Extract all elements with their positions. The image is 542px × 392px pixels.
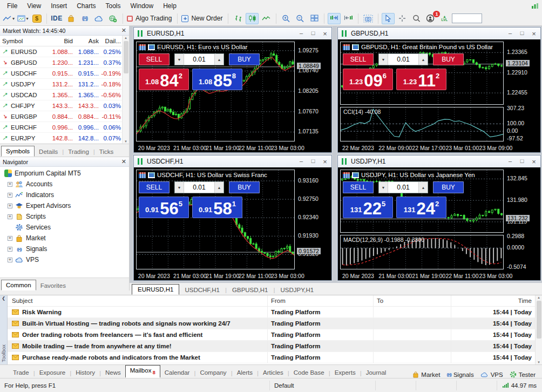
quotes-grid-icon[interactable]	[343, 172, 350, 178]
volume-decrease-button[interactable]: ▼	[175, 182, 184, 193]
volume-increase-button[interactable]: ▲	[214, 54, 223, 65]
sell-price[interactable]: 1.23096	[343, 69, 393, 90]
price-axis[interactable]: 132.845131.980131.1150.29880.0000-0.5074…	[505, 167, 540, 280]
minimize-button[interactable]: –	[507, 158, 513, 166]
expand-icon[interactable]: +	[8, 258, 12, 262]
indicator-pane[interactable]: CCI(14) -40.08	[340, 107, 504, 141]
close-button[interactable]: ×	[531, 30, 537, 38]
tab-favorites[interactable]: Favorites	[36, 281, 70, 290]
market-watch-row[interactable]: ↗CHFJPY 143.3...143.3...0.03%	[0, 100, 129, 111]
volume-increase-button[interactable]: ▲	[418, 54, 428, 65]
bar-chart-icon[interactable]	[232, 13, 245, 24]
tab-news[interactable]: News	[101, 367, 125, 378]
tab-trading[interactable]: Trading	[64, 147, 93, 157]
new-order-button[interactable]: +	[181, 13, 189, 24]
status-profile[interactable]: Default	[270, 381, 376, 390]
volume-decrease-button[interactable]: ▼	[379, 54, 388, 65]
tab-calendar[interactable]: Calendar	[160, 367, 194, 378]
close-button[interactable]: ×	[322, 30, 328, 38]
chart-area[interactable]: MACD(12,26,9) -0.1988 -0.3300 USDJPY, H1…	[338, 167, 540, 280]
tab-history[interactable]: History	[71, 367, 99, 378]
expand-icon[interactable]: +	[8, 247, 12, 252]
buy-button[interactable]: BUY	[433, 181, 464, 193]
chart-window-gbpusd[interactable]: GBPUSD,H1 –□× CCI(14) -40.08 GBPUSD, H1:…	[337, 27, 541, 153]
shift-back-icon[interactable]	[342, 13, 355, 24]
chart-tab-eurusd[interactable]: EURUSD,H1	[132, 284, 179, 295]
tree-item-expert-advisors[interactable]: + Expert Advisors	[2, 200, 129, 211]
shift-end-icon[interactable]	[328, 13, 341, 24]
new-chart-dropdown[interactable]: ▾	[16, 13, 29, 24]
menu-help[interactable]: Help	[158, 1, 181, 11]
market-watch-row[interactable]: ↗USDCAD 1.365...1.365...-0.56%	[0, 90, 129, 100]
market-watch-row[interactable]: ↘EURGBP 0.884...0.884...-0.11%	[0, 111, 129, 122]
tree-item-signals[interactable]: + ((•)) Signals	[2, 244, 129, 254]
save-icon[interactable]	[148, 172, 155, 178]
market-watch-row[interactable]: ↗USDJPY 131.2...131.2...-0.18%	[0, 79, 129, 90]
col-symbol[interactable]: Symbol	[0, 38, 46, 44]
buy-price[interactable]: 1.23112	[396, 69, 446, 90]
chart-area[interactable]: USDCHF, H1: US Dollar vs Swiss Franc SEL…	[134, 167, 331, 280]
collapse-icon[interactable]: ❮	[2, 295, 5, 301]
tab-vps[interactable]: VPS	[480, 371, 503, 378]
mail-row[interactable]: Mobile trading — trade from anywhere at …	[8, 341, 535, 352]
mail-row[interactable]: Order trading robots from freelancers — …	[8, 329, 535, 341]
sell-button[interactable]: SELL	[139, 181, 170, 193]
chart-window-usdchf[interactable]: USDCHF,H1 –□× USDCHF, H1: US Dollar vs S…	[133, 155, 332, 281]
volume-stepper[interactable]: ▼ 0.01 ▲	[378, 181, 428, 193]
navigator-header[interactable]: Navigator ✕	[0, 157, 129, 167]
tab-common[interactable]: Common	[1, 280, 36, 290]
tile-windows-icon[interactable]	[308, 13, 321, 24]
buy-button[interactable]: BUY	[229, 53, 260, 65]
save-icon[interactable]	[352, 44, 359, 50]
tab-signals[interactable]: ((•))Signals	[446, 371, 473, 378]
candlestick-chart-icon[interactable]	[246, 13, 259, 24]
tree-item-services[interactable]: + Services	[2, 222, 129, 233]
market-watch-row[interactable]: ↗EURCHF 0.996...0.996...0.06%	[0, 122, 129, 133]
col-time[interactable]: Time	[451, 298, 535, 304]
sell-button[interactable]: SELL	[343, 181, 374, 193]
mailbox-scrollbar[interactable]: ▴▾	[535, 295, 542, 364]
tab-journal[interactable]: Journal	[362, 367, 391, 378]
window-titlebar[interactable]: USDCHF,H1 –□×	[134, 156, 331, 167]
minimize-button[interactable]: –	[507, 30, 513, 38]
tab-code-base[interactable]: Code Base	[289, 367, 329, 378]
volume-decrease-button[interactable]: ▼	[379, 182, 388, 193]
tree-item-market[interactable]: + Market	[2, 233, 129, 244]
zoom-in-icon[interactable]	[280, 13, 293, 24]
screenshot-camera-icon[interactable]	[362, 13, 375, 24]
find-icon[interactable]	[410, 13, 423, 24]
volume-increase-button[interactable]: ▲	[214, 182, 223, 193]
expand-icon[interactable]: +	[8, 214, 12, 219]
crosshair-icon[interactable]	[396, 13, 409, 24]
menu-view[interactable]: View	[22, 1, 46, 11]
maximize-button[interactable]: □	[519, 158, 525, 166]
volume-value[interactable]: 0.01	[184, 182, 214, 193]
volume-stepper[interactable]: ▼ 0.01 ▲	[174, 53, 224, 65]
signals-icon[interactable]: ((•))	[78, 13, 91, 24]
levels-icon[interactable]: ▲LVL	[438, 13, 451, 24]
menu-window[interactable]: Window	[126, 1, 159, 11]
quotes-grid-icon[interactable]	[343, 44, 350, 50]
tab-symbols[interactable]: Symbols	[1, 146, 35, 157]
market-watch-row[interactable]: ↗EURJPY 142.8...142.8...0.07%	[0, 133, 129, 144]
menu-insert[interactable]: Insert	[46, 1, 72, 11]
chart-tab-usdchf[interactable]: USDCHF,H1	[179, 285, 225, 295]
tab-alerts[interactable]: Alerts	[233, 367, 257, 378]
market-watch-scrollbar[interactable]: ▴▾	[122, 36, 129, 144]
window-titlebar[interactable]: USDJPY,H1 –□×	[338, 156, 540, 167]
volume-increase-button[interactable]: ▲	[418, 182, 428, 193]
col-from[interactable]: From	[268, 295, 374, 306]
tab-trade[interactable]: Trade	[9, 367, 33, 378]
tab-exposure[interactable]: Exposure	[35, 367, 70, 378]
time-axis[interactable]: 22 Mar 202322 Mar 09:0022 Mar 17:0023 Ma…	[338, 143, 505, 152]
volume-decrease-button[interactable]: ▼	[175, 54, 184, 65]
sell-price[interactable]: 0.91565	[139, 197, 189, 218]
sell-button[interactable]: SELL	[343, 53, 374, 65]
time-axis[interactable]: 20 Mar 202321 Mar 03:0021 Mar 19:0022 Ma…	[338, 271, 505, 280]
tab-details[interactable]: Details	[35, 147, 62, 157]
notifications-icon[interactable]: 1	[424, 13, 437, 24]
symbol-search-input[interactable]	[452, 13, 482, 23]
sell-price[interactable]: 131225	[343, 197, 393, 218]
tree-root-account[interactable]: Emporium Capital MT5	[2, 168, 129, 179]
expand-icon[interactable]: +	[8, 204, 12, 208]
